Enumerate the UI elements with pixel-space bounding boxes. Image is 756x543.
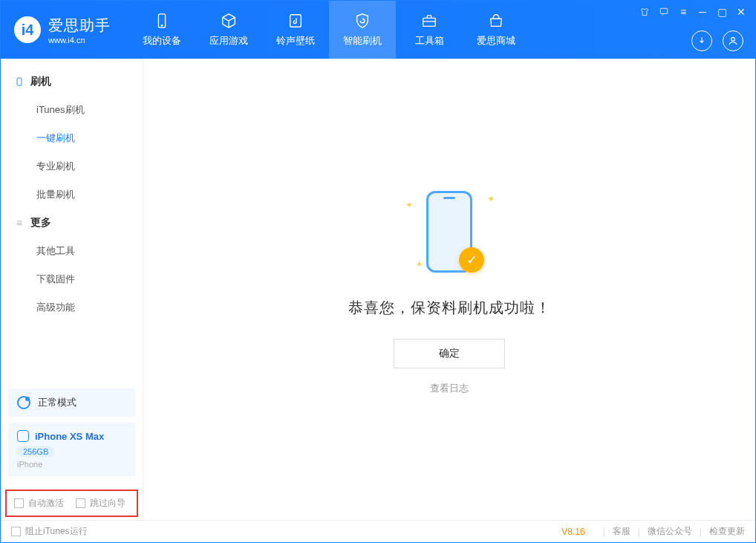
sparkle-icon: ✦: [486, 193, 496, 206]
tab-my-device[interactable]: 我的设备: [128, 1, 195, 59]
checkbox-block-itunes[interactable]: 阻止iTunes运行: [11, 525, 88, 538]
sparkle-icon: ✦: [414, 259, 424, 270]
store-icon: [487, 12, 505, 30]
tab-toolbox[interactable]: 工具箱: [396, 1, 463, 59]
group-label: 更多: [30, 216, 51, 230]
success-illustration: ✦ ✦ ✦ ✓: [394, 183, 505, 280]
tab-apps-games[interactable]: 应用游戏: [195, 1, 262, 59]
user-account-button[interactable]: [723, 30, 743, 51]
view-log-link[interactable]: 查看日志: [430, 382, 469, 395]
nav-tabs: 我的设备 应用游戏 铃声壁纸 智能刷机 工具箱 爱思商城: [128, 1, 529, 59]
checkbox-icon: [76, 498, 85, 508]
svg-point-1: [161, 25, 162, 26]
mode-label: 正常模式: [38, 396, 76, 409]
svg-rect-5: [660, 8, 667, 13]
sidebar-item-oneclick-flash[interactable]: 一键刷机: [1, 124, 143, 152]
sparkle-icon: ✦: [405, 200, 413, 210]
header-bar: i4 爱思助手 www.i4.cn 我的设备 应用游戏 铃声壁纸 智能刷机: [1, 1, 755, 59]
sidebar-group-more: ≡ 更多: [1, 209, 143, 237]
sidebar-group-flash: 刷机: [1, 68, 143, 96]
logo-text: 爱思助手 www.i4.cn: [48, 16, 111, 45]
app-name: 爱思助手: [48, 16, 111, 36]
device-type: iPhone: [17, 460, 126, 469]
svg-rect-2: [290, 15, 302, 27]
tab-label: 铃声壁纸: [276, 34, 315, 48]
tab-label: 我的设备: [143, 34, 181, 48]
toolbox-icon: [420, 12, 438, 30]
window-controls: ≡ ─ ▢ ✕: [638, 5, 748, 19]
sidebar-item-batch-flash[interactable]: 批量刷机: [1, 181, 143, 209]
footer-link-wechat[interactable]: 微信公众号: [648, 525, 692, 538]
logo-area: i4 爱思助手 www.i4.cn: [1, 16, 121, 45]
app-window: i4 爱思助手 www.i4.cn 我的设备 应用游戏 铃声壁纸 智能刷机: [0, 0, 756, 543]
sidebar-item-download-firmware[interactable]: 下载固件: [1, 265, 143, 293]
body-area: 刷机 iTunes刷机 一键刷机 专业刷机 批量刷机 ≡ 更多 其他工具 下载固…: [1, 59, 755, 520]
checkbox-skip-guide[interactable]: 跳过向导: [76, 497, 126, 510]
group-label: 刷机: [30, 75, 51, 88]
menu-icon[interactable]: ≡: [677, 5, 690, 19]
device-capacity-badge: 256GB: [17, 446, 54, 457]
device-small-icon: [17, 430, 29, 442]
svg-point-4: [731, 37, 735, 41]
tab-label: 爱思商城: [477, 34, 515, 48]
close-button[interactable]: ✕: [734, 5, 748, 19]
tab-label: 智能刷机: [343, 34, 382, 48]
tab-smart-flash[interactable]: 智能刷机: [329, 1, 396, 59]
tab-ringtones-wallpapers[interactable]: 铃声壁纸: [262, 1, 329, 59]
sidebar-bottom: 正常模式 iPhone XS Max 256GB iPhone: [1, 383, 143, 490]
tab-label: 工具箱: [415, 34, 444, 48]
ok-button[interactable]: 确定: [394, 339, 505, 368]
cube-icon: [220, 12, 238, 30]
minimize-button[interactable]: ─: [696, 5, 709, 19]
footer-bar: 阻止iTunes运行 V8.16 | 客服 | 微信公众号 | 检查更新: [1, 520, 755, 542]
checkbox-label: 自动激活: [28, 497, 64, 510]
device-name-row: iPhone XS Max: [17, 430, 126, 442]
device-icon: [153, 12, 171, 30]
shirt-icon[interactable]: [638, 5, 651, 19]
sidebar-item-pro-flash[interactable]: 专业刷机: [1, 152, 143, 181]
footer-link-support[interactable]: 客服: [613, 525, 630, 538]
main-content: ✦ ✦ ✦ ✓ 恭喜您，保资料刷机成功啦！ 确定 查看日志: [143, 59, 755, 520]
checkbox-label: 跳过向导: [90, 497, 126, 510]
tab-store[interactable]: 爱思商城: [463, 1, 529, 59]
app-url: www.i4.cn: [48, 36, 111, 45]
sidebar-scroll: 刷机 iTunes刷机 一键刷机 专业刷机 批量刷机 ≡ 更多 其他工具 下载固…: [1, 59, 143, 383]
maximize-button[interactable]: ▢: [715, 5, 729, 19]
list-icon: ≡: [14, 218, 25, 228]
phone-small-icon: [14, 77, 25, 87]
checkbox-icon: [11, 527, 21, 536]
success-check-badge-icon: ✓: [459, 247, 484, 273]
app-logo-icon: i4: [14, 16, 41, 43]
feedback-icon[interactable]: [657, 5, 671, 19]
version-label: V8.16: [561, 527, 584, 537]
checkbox-label: 阻止iTunes运行: [25, 525, 88, 538]
sidebar: 刷机 iTunes刷机 一键刷机 专业刷机 批量刷机 ≡ 更多 其他工具 下载固…: [1, 59, 143, 520]
shield-refresh-icon: [353, 12, 371, 30]
checkbox-icon: [14, 498, 24, 508]
sidebar-item-other-tools[interactable]: 其他工具: [1, 237, 143, 265]
success-message: 恭喜您，保资料刷机成功啦！: [348, 298, 551, 318]
footer-link-update[interactable]: 检查更新: [709, 525, 745, 538]
device-mode-card[interactable]: 正常模式: [8, 388, 135, 417]
download-button[interactable]: [691, 30, 712, 51]
checkbox-auto-activate[interactable]: 自动激活: [14, 497, 64, 510]
music-note-icon: [287, 12, 304, 30]
svg-rect-3: [423, 18, 436, 26]
sidebar-item-itunes-flash[interactable]: iTunes刷机: [1, 96, 143, 124]
mode-indicator-icon: [17, 396, 30, 409]
device-card[interactable]: iPhone XS Max 256GB iPhone: [8, 423, 135, 476]
tab-label: 应用游戏: [209, 34, 248, 48]
sidebar-item-advanced[interactable]: 高级功能: [1, 293, 143, 322]
device-name: iPhone XS Max: [35, 431, 104, 442]
header-right-actions: [691, 30, 743, 51]
svg-rect-6: [17, 78, 22, 85]
highlighted-options-box: 自动激活 跳过向导: [5, 490, 138, 517]
